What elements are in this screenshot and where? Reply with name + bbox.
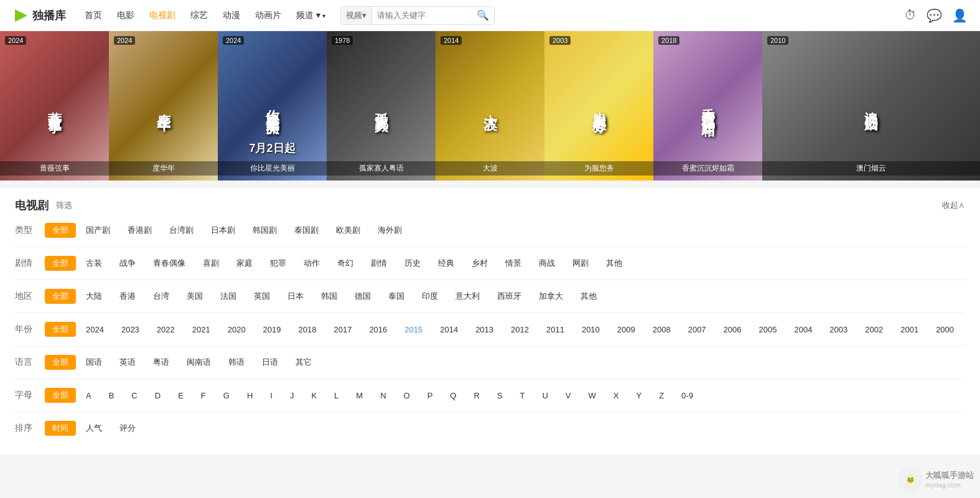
filter-label[interactable]: 筛选 [56, 200, 72, 211]
filter-tag-5-7[interactable]: G [216, 389, 237, 402]
filter-tag-3-18[interactable]: 2007 [681, 323, 714, 336]
filter-tag-3-22[interactable]: 2003 [822, 323, 855, 336]
nav-item-6[interactable]: 频道 ▾ [296, 10, 325, 21]
filter-tag-0-5[interactable]: 韩国剧 [245, 223, 284, 238]
filter-tag-3-9[interactable]: 2016 [362, 323, 394, 336]
filter-tag-1-1[interactable]: 古装 [78, 256, 110, 271]
filter-tag-5-23[interactable]: W [581, 389, 604, 402]
filter-tag-5-24[interactable]: X [606, 389, 627, 402]
filter-tag-0-7[interactable]: 欧美剧 [329, 223, 368, 238]
banner-item-6[interactable]: 香蜜沉沉烬如霜2018香蜜沉沉烬如霜 [653, 31, 762, 181]
filter-tag-5-12[interactable]: L [327, 389, 346, 402]
filter-tag-1-0[interactable]: 全部 [45, 256, 76, 271]
filter-tag-5-15[interactable]: O [396, 389, 418, 402]
filter-tag-2-10[interactable]: 泰国 [381, 289, 412, 304]
filter-tag-4-5[interactable]: 韩语 [221, 355, 252, 370]
filter-tag-5-3[interactable]: C [124, 389, 144, 402]
filter-tag-5-22[interactable]: V [558, 389, 579, 402]
filter-tag-2-8[interactable]: 韩国 [314, 289, 345, 304]
filter-tag-2-13[interactable]: 西班牙 [490, 289, 529, 304]
search-input[interactable] [372, 11, 472, 20]
banner-item-7[interactable]: 澳门烟云2010澳门烟云 [762, 31, 980, 181]
filter-tag-5-13[interactable]: M [348, 389, 370, 402]
banner-item-0[interactable]: 蔷薇弦事2024蔷薇弦事 [0, 31, 109, 181]
filter-tag-1-16[interactable]: 其他 [599, 256, 630, 271]
filter-tag-1-2[interactable]: 战争 [112, 256, 143, 271]
filter-tag-2-6[interactable]: 英国 [246, 289, 278, 304]
filter-tag-3-3[interactable]: 2022 [149, 323, 182, 336]
filter-tag-4-2[interactable]: 英语 [112, 355, 143, 370]
filter-tag-1-7[interactable]: 动作 [296, 256, 327, 271]
filter-tag-0-0[interactable]: 全部 [45, 223, 76, 238]
filter-tag-3-16[interactable]: 2009 [610, 323, 643, 336]
filter-tag-0-8[interactable]: 海外剧 [370, 223, 409, 238]
filter-tag-1-5[interactable]: 家庭 [229, 256, 260, 271]
filter-tag-1-4[interactable]: 喜剧 [195, 256, 226, 271]
history-icon[interactable]: ⏱ [904, 8, 917, 22]
filter-tag-5-10[interactable]: J [282, 389, 302, 402]
filter-tag-3-13[interactable]: 2012 [503, 323, 536, 336]
banner-item-2[interactable]: 你比星光美丽7月2日起2024你比星光美丽 [218, 31, 327, 181]
filter-tag-6-1[interactable]: 人气 [78, 421, 110, 436]
filter-tag-1-13[interactable]: 情景 [498, 256, 529, 271]
filter-tag-1-6[interactable]: 犯罪 [263, 256, 294, 271]
filter-tag-2-0[interactable]: 全部 [45, 289, 76, 304]
nav-item-1[interactable]: 电影 [117, 10, 134, 21]
filter-tag-3-14[interactable]: 2011 [539, 323, 572, 336]
filter-tag-2-14[interactable]: 加拿大 [531, 289, 571, 304]
filter-tag-5-19[interactable]: S [490, 389, 510, 402]
filter-tag-3-25[interactable]: 2000 [928, 323, 961, 336]
filter-tag-1-15[interactable]: 网剧 [565, 256, 596, 271]
nav-item-5[interactable]: 动画片 [255, 10, 281, 21]
filter-tag-2-12[interactable]: 意大利 [448, 289, 487, 304]
nav-item-3[interactable]: 综艺 [190, 10, 208, 21]
filter-tag-2-15[interactable]: 其他 [573, 289, 604, 304]
filter-tag-5-11[interactable]: K [304, 389, 324, 402]
filter-tag-1-9[interactable]: 剧情 [363, 256, 394, 271]
filter-tag-2-11[interactable]: 印度 [414, 289, 446, 304]
filter-tag-5-26[interactable]: Z [651, 389, 671, 402]
filter-tag-3-2[interactable]: 2023 [114, 323, 147, 336]
filter-tag-5-20[interactable]: T [513, 389, 533, 402]
filter-tag-1-14[interactable]: 商战 [531, 256, 562, 271]
logo[interactable]: 独播库 [12, 7, 66, 24]
filter-tag-5-17[interactable]: Q [442, 389, 464, 402]
filter-tag-0-1[interactable]: 国产剧 [78, 223, 118, 238]
filter-tag-5-8[interactable]: H [240, 389, 260, 402]
filter-tag-3-8[interactable]: 2017 [326, 323, 359, 336]
filter-tag-3-19[interactable]: 2006 [716, 323, 749, 336]
filter-tag-3-24[interactable]: 2001 [893, 323, 926, 336]
filter-tag-6-0[interactable]: 时间 [45, 421, 76, 436]
filter-tag-2-4[interactable]: 美国 [179, 289, 210, 304]
filter-tag-5-2[interactable]: B [101, 389, 122, 402]
filter-tag-1-11[interactable]: 经典 [431, 256, 462, 271]
nav-item-0[interactable]: 首页 [85, 10, 102, 21]
filter-tag-3-15[interactable]: 2010 [574, 323, 607, 336]
nav-item-2[interactable]: 电视剧 [149, 10, 175, 21]
filter-tag-3-11[interactable]: 2014 [432, 323, 465, 336]
filter-tag-2-5[interactable]: 法国 [213, 289, 244, 304]
filter-tag-3-7[interactable]: 2018 [291, 323, 324, 336]
filter-tag-4-6[interactable]: 日语 [254, 355, 286, 370]
banner-item-3[interactable]: 孤家寡人1978孤家寡人粤语 [327, 31, 436, 181]
filter-tag-5-27[interactable]: 0-9 [674, 389, 701, 402]
filter-tag-1-12[interactable]: 乡村 [464, 256, 495, 271]
search-button[interactable]: 🔍 [472, 9, 494, 21]
filter-tag-3-1[interactable]: 2024 [78, 323, 111, 336]
filter-tag-3-12[interactable]: 2013 [468, 323, 501, 336]
filter-tag-5-1[interactable]: A [78, 389, 99, 402]
filter-tag-5-18[interactable]: R [466, 389, 487, 402]
filter-tag-3-20[interactable]: 2005 [752, 323, 785, 336]
message-icon[interactable]: 💬 [926, 8, 942, 23]
filter-tag-0-6[interactable]: 泰国剧 [287, 223, 326, 238]
filter-tag-4-0[interactable]: 全部 [45, 355, 76, 370]
user-icon[interactable]: 👤 [952, 8, 968, 23]
filter-tag-5-14[interactable]: N [373, 389, 393, 402]
banner-item-1[interactable]: 度华年2024度华年 [109, 31, 218, 181]
filter-tag-1-10[interactable]: 历史 [397, 256, 428, 271]
filter-tag-5-16[interactable]: P [420, 389, 441, 402]
filter-tag-2-3[interactable]: 台湾 [146, 289, 177, 304]
filter-tag-5-5[interactable]: E [170, 389, 191, 402]
filter-tag-1-8[interactable]: 奇幻 [330, 256, 361, 271]
filter-tag-5-0[interactable]: 全部 [45, 388, 76, 403]
